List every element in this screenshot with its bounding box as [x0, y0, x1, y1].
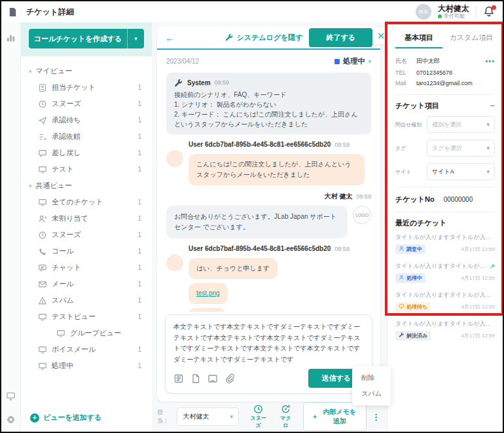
customer-info-label: 氏名 [395, 57, 411, 66]
ticket-context-menu: 削除スパム [352, 366, 391, 405]
status-color-square [334, 59, 340, 64]
customer-info-value: taro1234@gmail.com [416, 80, 495, 86]
warning-icon [38, 296, 47, 305]
sidebar-item[interactable]: スヌーズ1 [27, 227, 147, 243]
checklist-icon [38, 132, 47, 141]
attachment-bubble[interactable]: test.jpg [189, 308, 225, 312]
reply-composer[interactable]: 本文テキストです本文テキストですダミーテキストですダミーテキストです本文テキスト… [165, 314, 372, 394]
avatar[interactable]: 姓名 [416, 4, 431, 20]
sidebar-item[interactable]: テストビュー1 [27, 309, 147, 325]
ticket-detail-panel: 基本項目カスタム項目 氏名田中太郎•••TEL07012345678Mailta… [387, 22, 503, 432]
stats-icon[interactable] [5, 31, 17, 43]
person-icon [399, 274, 405, 282]
system-message-line: 1. シナリオ： 製品名がわからない [174, 100, 363, 109]
sidebar-item-count: 1 [137, 166, 144, 173]
plus-icon: + [30, 413, 39, 423]
file-icon[interactable] [190, 373, 201, 384]
sidebar-item[interactable]: ボイスメール1 [27, 341, 147, 358]
message-author: User 6dcb7baf-895b-4e45-8c81-ee6566c5db2… [189, 245, 331, 252]
create-call-ticket-button[interactable]: コールチケットを作成する [29, 29, 127, 48]
chat-icon [38, 263, 47, 273]
field-select-dropdown[interactable]: サイトA▾ [427, 163, 495, 180]
attachment-bubble[interactable]: test.png [189, 283, 228, 304]
sidebar-item-label: 全てのチケット [52, 197, 133, 207]
sidebar-item[interactable]: 承認依頼1 [27, 128, 147, 145]
sidebar-item[interactable]: 処理中1 [27, 358, 147, 374]
sidebar-item[interactable]: テスト1 [27, 161, 147, 178]
attachment-link[interactable]: test.png [196, 290, 220, 297]
agent-logo-avatar: LOGO [353, 206, 371, 224]
customer-info-row: Mailtaro1234@gmail.com [395, 78, 495, 88]
sidebar-item[interactable]: 全てのチケット1 [27, 194, 147, 210]
status-badge: 調査中 [395, 244, 425, 254]
conversation-card: ← システムログを隠す 終了する 2023/04/12 処理中 [157, 26, 380, 402]
recent-ticket-item[interactable]: タイトルが入りますタイトルが入りますタイトルが…処理待ち4月17日 12:59 [395, 291, 495, 312]
message-header: User 6dcb7baf-895b-4e45-8c81-ee6566c5db2… [189, 141, 350, 148]
paperclip-icon[interactable] [225, 373, 235, 384]
field-select-dropdown[interactable]: タグを選択▾ [427, 140, 495, 157]
sidebar-item[interactable]: 承認待ち1 [27, 112, 147, 128]
wrench-icon [399, 332, 405, 339]
snooze-button[interactable]: スヌーズ [249, 404, 267, 429]
view-group-header[interactable]: ▾共通ビュー [27, 178, 147, 194]
speech-icon [38, 149, 47, 158]
message-author: User 6dcb7baf-895b-4e45-8c81-ee6566c5db2… [189, 141, 331, 148]
view-group-label: マイビュー [36, 66, 73, 76]
customer-info-label: Mail [395, 80, 411, 86]
field-select-dropdown[interactable]: 種別を選択▾ [427, 116, 495, 133]
sidebar-item-label: 承認依頼 [52, 132, 133, 141]
sidebar-item[interactable]: 担当チケット1 [27, 79, 147, 96]
add-view-link[interactable]: + ビューを追加する [21, 405, 152, 432]
more-options-icon[interactable]: ••• [485, 57, 495, 65]
memo-icon[interactable] [173, 373, 184, 384]
plus-icon: ＋ [312, 412, 318, 421]
ticket-main: ← システムログを隠す 終了する 2023/04/12 処理中 [152, 22, 387, 432]
clock-icon [38, 231, 47, 240]
macro-button[interactable]: マクロ [279, 404, 292, 429]
external-link-icon[interactable]: ↗ [490, 263, 495, 270]
document-icon [7, 6, 18, 18]
sidebar-item[interactable]: スパム1 [27, 292, 147, 309]
sidebar-item[interactable]: スヌーズ1 [27, 96, 147, 112]
more-options-kebab-icon[interactable]: ⋮ [372, 412, 380, 422]
sidebar-item-label: スパム [52, 295, 133, 305]
gear-icon[interactable] [5, 413, 17, 425]
image-icon[interactable] [207, 373, 218, 384]
back-arrow-icon[interactable]: ← [165, 32, 175, 43]
toggle-system-log-button[interactable]: システムログを隠す [225, 33, 302, 43]
recent-ticket-item[interactable]: タイトルが入りますタイトルが入りますタイトルが…解決済み4月17日 12:59 [395, 320, 495, 341]
panel-tab-custom[interactable]: カスタム項目 [448, 28, 495, 48]
assignee-dropdown[interactable]: 大村健太 ▾ [177, 407, 239, 426]
message-author: System [187, 78, 211, 88]
sidebar-item[interactable]: 未割り当て1 [27, 210, 147, 227]
create-ticket-caret-button[interactable]: ▾ [127, 29, 144, 48]
composer-text-input[interactable]: 本文テキストです本文テキストですダミーテキストですダミーテキストです本文テキスト… [173, 322, 364, 365]
monitor-icon [38, 165, 47, 174]
sidebar-item[interactable]: チャット1 [27, 259, 147, 276]
panel-tab-basic[interactable]: 基本項目 [395, 28, 442, 48]
collapse-section-button[interactable]: − [490, 101, 495, 111]
sidebar-item-label: チャット [52, 263, 133, 273]
customer-info-label: TEL [395, 69, 411, 76]
close-panel-icon[interactable]: ✕ [372, 28, 389, 45]
sidebar-item[interactable]: コール1 [27, 243, 147, 259]
view-group-label: 共通ビュー [36, 181, 73, 191]
view-group-header[interactable]: ▾マイビュー [27, 63, 147, 79]
sidebar-item[interactable]: グループビュー [27, 325, 147, 341]
context-menu-item[interactable]: 削除 [352, 370, 391, 386]
ticket-status-dropdown[interactable]: 処理中 ▾ [334, 56, 371, 66]
app-header: チケット詳細 姓名 大村健太 受付可能 [1, 1, 503, 22]
finish-button[interactable]: 終了する [309, 28, 372, 47]
message-header: User 6dcb7baf-895b-4e45-8c81-ee6566c5db2… [189, 245, 350, 252]
recent-tickets-title: 最近のチケット [395, 218, 495, 228]
recent-ticket-item[interactable]: タイトルが入りますタイトルが入りますタイ…↗処理中4月17日 12:59 [395, 262, 495, 283]
person-add-icon [38, 214, 47, 223]
monitor-icon[interactable] [5, 390, 17, 402]
sidebar-item[interactable]: 差し戻し1 [27, 145, 147, 161]
message-header: 大村 健太09:59 [325, 192, 371, 201]
context-menu-item[interactable]: スパム [352, 386, 391, 402]
add-internal-memo-button[interactable]: ＋ 内部メモを追加 [303, 402, 367, 431]
sidebar-item[interactable]: メール1 [27, 276, 147, 292]
recent-ticket-item[interactable]: タイトルが入りますタイトルが入りますタイトルが…調査中4月17日 12:59 [395, 233, 495, 254]
notification-bell-icon[interactable] [483, 5, 496, 18]
